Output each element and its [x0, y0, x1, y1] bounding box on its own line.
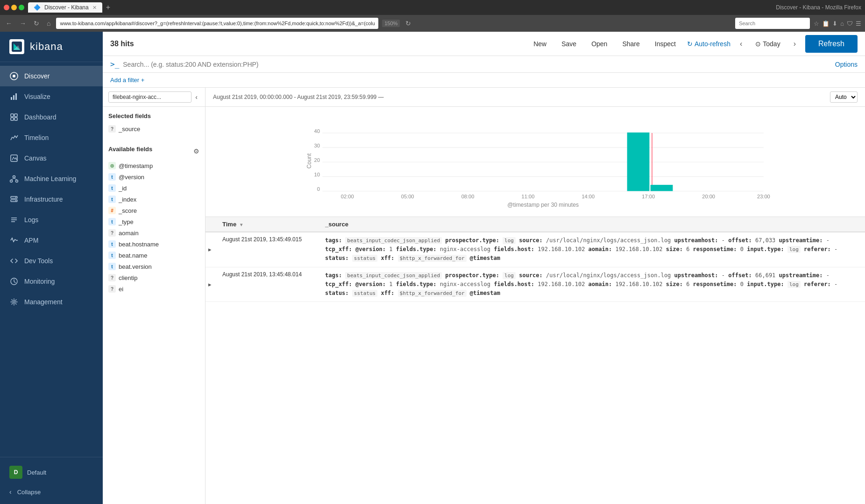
- source-key: input.type:: [747, 246, 784, 252]
- interval-selector: Auto: [830, 91, 858, 103]
- forward-btn[interactable]: →: [18, 19, 28, 28]
- svg-text:05:00: 05:00: [401, 194, 414, 199]
- browser-search-input[interactable]: [735, 18, 810, 29]
- svg-rect-11: [14, 118, 17, 120]
- time-nav-next[interactable]: ›: [792, 38, 798, 50]
- tab-close-btn[interactable]: ✕: [92, 5, 97, 11]
- field-name: beat.hostname: [119, 241, 159, 248]
- source-key: source:: [519, 272, 543, 279]
- source-key: fields.host:: [494, 246, 534, 252]
- sidebar-item-timelion[interactable]: Timelion: [0, 127, 103, 148]
- field-name: _id: [119, 185, 127, 192]
- field-type-badge: ?: [108, 274, 116, 281]
- today-btn[interactable]: ⊙ Today: [752, 38, 784, 49]
- svg-point-15: [16, 180, 18, 182]
- infrastructure-icon: [9, 195, 19, 204]
- user-initials: D: [14, 469, 18, 476]
- collapse-label: Collapse: [17, 489, 41, 496]
- new-tab-btn[interactable]: +: [102, 1, 114, 14]
- left-panel: filebeat-nginx-acc... ‹ Selected fields …: [103, 88, 206, 504]
- source-key: @timestam: [470, 255, 500, 261]
- sidebar-item-visualize[interactable]: Visualize: [0, 86, 103, 107]
- sidebar-item-apm[interactable]: APM: [0, 230, 103, 251]
- source-cell-1: tags: beats_input_codec_json_applied pro…: [319, 267, 865, 302]
- field-type-badge: #: [108, 207, 116, 214]
- svg-rect-5: [11, 97, 12, 100]
- source-content-1: tags: beats_input_codec_json_applied pro…: [325, 271, 859, 298]
- inspect-btn[interactable]: Inspect: [651, 38, 680, 49]
- field-item-type: t _type: [108, 216, 199, 227]
- reload-btn[interactable]: ↻: [404, 19, 413, 28]
- table-row: ▸ August 21st 2019, 13:45:49.015 tags: b…: [206, 232, 865, 267]
- source-key: aomain:: [588, 281, 612, 287]
- open-btn[interactable]: Open: [588, 38, 611, 49]
- sidebar-item-machine-learning[interactable]: Machine Learning: [0, 168, 103, 189]
- save-btn[interactable]: Save: [558, 38, 580, 49]
- share-btn[interactable]: Share: [618, 38, 643, 49]
- source-val: 67,033: [755, 237, 779, 244]
- maximize-window-btn[interactable]: [19, 5, 24, 10]
- logs-icon: [9, 215, 19, 224]
- source-key: prospector.type:: [445, 272, 499, 279]
- source-content-0: tags: beats_input_codec_json_applied pro…: [325, 236, 859, 263]
- browser-tab[interactable]: 🔷 Discover - Kibana ✕: [28, 2, 102, 13]
- sidebar-item-devtools[interactable]: Dev Tools: [0, 251, 103, 271]
- sidebar-item-discover[interactable]: Discover: [0, 66, 103, 86]
- back-btn[interactable]: ←: [4, 19, 14, 28]
- refresh-icon: ↻: [687, 40, 693, 48]
- source-key: responsetime:: [693, 281, 737, 287]
- index-pattern-dropdown[interactable]: filebeat-nginx-acc...: [108, 91, 191, 103]
- search-input[interactable]: [123, 61, 831, 68]
- svg-text:0: 0: [317, 186, 320, 192]
- dashboard-icon: [9, 112, 19, 122]
- sidebar-item-canvas[interactable]: Canvas: [0, 148, 103, 168]
- home-icon: ⌂: [840, 20, 844, 27]
- chevron-left-icon: ‹: [9, 488, 12, 496]
- refresh-btn[interactable]: Refresh: [805, 35, 858, 53]
- user-menu[interactable]: D Default: [0, 461, 103, 483]
- sidebar-item-management[interactable]: Management: [0, 292, 103, 312]
- fields-settings-btn[interactable]: ⚙: [193, 147, 199, 155]
- visualize-icon: [9, 92, 19, 101]
- auto-refresh-btn[interactable]: ↻ Auto-refresh: [687, 40, 730, 48]
- add-filter-label: Add a filter +: [110, 77, 144, 84]
- bar-14[interactable]: [627, 133, 650, 191]
- bar-15[interactable]: [651, 185, 673, 191]
- interval-dropdown[interactable]: Auto: [830, 91, 858, 103]
- close-window-btn[interactable]: [4, 5, 9, 10]
- field-item-clientip: ? clientip: [108, 272, 199, 283]
- minimize-window-btn[interactable]: [11, 5, 17, 10]
- add-filter-btn[interactable]: Add a filter +: [110, 77, 144, 84]
- sidebar-item-infrastructure[interactable]: Infrastructure: [0, 189, 103, 210]
- time-col-header[interactable]: Time ▾: [217, 217, 319, 232]
- top-bar-actions: New Save Open Share Inspect ↻ Auto-refre…: [530, 35, 858, 53]
- field-item-aomain: ? aomain: [108, 227, 199, 238]
- source-key: prospector.type:: [445, 237, 499, 244]
- filter-bar: Add a filter +: [103, 73, 865, 88]
- chart-results-panel: August 21st 2019, 00:00:00.000 - August …: [206, 88, 865, 504]
- sidebar-item-dashboard[interactable]: Dashboard: [0, 107, 103, 127]
- home-btn[interactable]: ⌂: [45, 19, 52, 28]
- sidebar-item-monitoring[interactable]: Monitoring: [0, 271, 103, 292]
- source-val: nginx-accesslog: [440, 246, 494, 252]
- row-expand-btn[interactable]: ▸: [206, 232, 217, 267]
- index-panel-toggle[interactable]: ‹: [193, 91, 199, 103]
- sidebar-item-logs[interactable]: Logs: [0, 210, 103, 230]
- window-controls: [4, 5, 24, 10]
- search-options-btn[interactable]: Options: [835, 61, 858, 68]
- collapse-sidebar-btn[interactable]: ‹ Collapse: [0, 483, 103, 500]
- histogram-chart: Count 0 10 20 30 40: [213, 114, 858, 208]
- refresh-page-btn[interactable]: ↻: [32, 19, 41, 28]
- field-type-badge: t: [108, 252, 116, 259]
- field-item-beat-name: t beat.name: [108, 250, 199, 261]
- new-btn[interactable]: New: [530, 38, 550, 49]
- row-expand-btn[interactable]: ▸: [206, 267, 217, 302]
- time-nav-prev[interactable]: ‹: [738, 38, 744, 50]
- source-val: -: [826, 272, 830, 279]
- chart-container: Count 0 10 20 30 40: [206, 107, 865, 217]
- source-key: source:: [519, 237, 543, 244]
- address-input[interactable]: [56, 18, 378, 29]
- sidebar-item-label-logs: Logs: [24, 216, 38, 224]
- canvas-icon: [9, 154, 19, 163]
- field-item-source: ? _source: [108, 123, 199, 134]
